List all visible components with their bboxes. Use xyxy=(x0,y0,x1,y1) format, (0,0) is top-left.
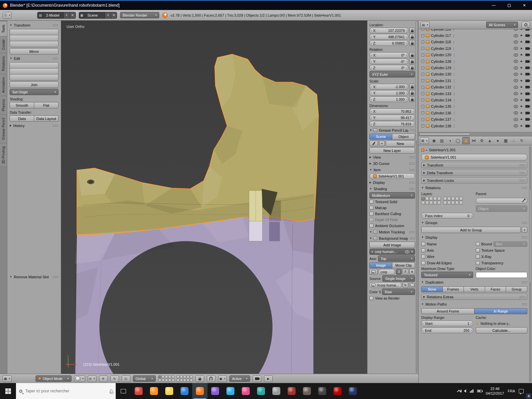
panel-header-transform[interactable]: ▶Transform xyxy=(421,162,527,168)
checkbox[interactable] xyxy=(476,261,480,265)
toolshelf-tab[interactable]: Grease Pencil xyxy=(0,115,7,143)
shading-option[interactable]: Depth Of Field xyxy=(369,217,415,222)
properties-tab-texture[interactable]: ▦ xyxy=(502,137,510,144)
layer-toggle[interactable] xyxy=(158,379,161,382)
visibility-eye-icon[interactable] xyxy=(514,111,518,114)
editor-type-info-icon[interactable]: ⓘ xyxy=(3,12,12,19)
properties-tab-physics[interactable]: ↻ xyxy=(518,137,526,144)
panel-header-relations[interactable]: ▼Relations xyxy=(421,185,527,191)
panel-header-history[interactable]: ▶History xyxy=(10,123,59,128)
bg-source-tab[interactable]: Image xyxy=(369,262,392,268)
expand-icon[interactable]: + xyxy=(421,124,424,127)
battery-icon[interactable] xyxy=(477,390,482,392)
location-field[interactable]: X:107.22379 xyxy=(369,28,408,33)
layer-toggle[interactable] xyxy=(168,375,171,378)
snap-target-dropdown[interactable]: Active xyxy=(229,375,250,382)
lock-icon[interactable] xyxy=(409,90,415,96)
remove-image-icon[interactable]: ✕ xyxy=(411,250,413,253)
add-scene-button[interactable]: + xyxy=(105,12,111,18)
shading-option[interactable]: Textured Solid xyxy=(369,199,415,204)
view-as-render-option[interactable]: View as Render xyxy=(369,296,415,301)
notification-center-icon[interactable] xyxy=(519,389,524,393)
expand-icon[interactable]: + xyxy=(421,29,424,31)
taskbar-app-gimp[interactable] xyxy=(299,383,315,399)
scale-field[interactable]: X:-1.000 xyxy=(369,84,408,89)
display-option-axis[interactable]: Axis xyxy=(421,248,473,253)
selectability-cursor-icon[interactable] xyxy=(520,34,523,37)
renderability-camera-icon[interactable] xyxy=(525,86,529,88)
gp-source-tab[interactable]: Object xyxy=(392,134,415,140)
taskbar-app-firefox[interactable] xyxy=(146,383,162,399)
shading-option[interactable]: Backface Culling xyxy=(369,211,415,216)
renderability-camera-icon[interactable] xyxy=(525,54,529,56)
display-option-xray[interactable]: X-Ray xyxy=(476,254,528,259)
expand-icon[interactable]: + xyxy=(421,92,424,95)
properties-tab-constraints[interactable]: ⋈ xyxy=(470,137,478,144)
panel-header-item[interactable]: ▼Item xyxy=(369,167,415,173)
layer-toggle[interactable] xyxy=(190,379,193,382)
clock[interactable]: 22:48 04/12/2017 xyxy=(486,386,504,396)
outliner-item[interactable]: + Cylinder.117 | xyxy=(421,32,531,39)
visibility-eye-icon[interactable] xyxy=(514,92,518,95)
set-origin-dropdown[interactable]: Set Origin xyxy=(10,89,59,95)
layer-toggle[interactable] xyxy=(190,375,193,378)
panel-grip-icon[interactable] xyxy=(521,303,527,306)
layer-toggle[interactable] xyxy=(437,201,441,204)
lock-icon[interactable] xyxy=(409,96,415,102)
bg-source-dropdown[interactable]: Single Image xyxy=(382,275,415,282)
panel-grip-icon[interactable] xyxy=(409,231,415,233)
edit-tool-button[interactable] xyxy=(10,68,59,74)
gp-new-layer-button[interactable]: New Layer xyxy=(369,147,415,154)
layer-toggle[interactable] xyxy=(165,375,168,378)
edit-tool-button[interactable] xyxy=(10,74,59,80)
checkbox[interactable] xyxy=(369,212,373,216)
panel-checkbox[interactable]: ✓ xyxy=(373,236,377,240)
layer-toggle[interactable] xyxy=(447,201,451,204)
display-filter-dropdown[interactable]: All Scenes xyxy=(486,22,518,28)
duplication-mode-button[interactable]: Group xyxy=(506,286,527,292)
parent-type-dropdown[interactable]: Object xyxy=(476,205,528,212)
properties-tab-render-layers[interactable]: ▤ xyxy=(438,137,446,144)
taskbar-app-krita[interactable] xyxy=(345,383,360,399)
transform-tool-button[interactable] xyxy=(10,41,59,47)
language-indicator[interactable]: FRA xyxy=(508,389,515,393)
new-group-icon[interactable]: + xyxy=(522,227,527,233)
display-option-bound[interactable]: BoundBox xyxy=(476,241,528,247)
expand-icon[interactable]: + xyxy=(421,118,424,121)
unlink-image-icon[interactable]: ✕ xyxy=(409,269,415,275)
motion-path-mode-button[interactable]: Around Frame xyxy=(421,308,474,314)
rotation-field[interactable]: Z:0° xyxy=(369,65,408,70)
opengl-render-anim-icon[interactable]: ▶ xyxy=(264,375,273,382)
outliner-item[interactable]: + Cylinder.137 | xyxy=(421,116,531,122)
outliner-scrollbar[interactable] xyxy=(419,132,532,136)
dimension-field[interactable]: Z:76.816 xyxy=(369,121,415,127)
layer-toggle[interactable] xyxy=(451,197,455,200)
object-color-swatch[interactable] xyxy=(476,272,528,278)
lock-icon[interactable] xyxy=(409,84,415,89)
scene-name[interactable]: Scene xyxy=(85,12,105,18)
outliner-item[interactable]: + Cylinder.128 | xyxy=(421,58,531,65)
panel-grip-icon[interactable] xyxy=(521,187,527,189)
outliner-item[interactable]: + Cylinder.133 | xyxy=(421,90,531,97)
renderability-camera-icon[interactable] xyxy=(525,66,529,69)
layer-toggle[interactable] xyxy=(429,201,433,204)
scale-field[interactable]: Y:1.000 xyxy=(369,90,408,96)
scale-field[interactable]: Z:1.000 xyxy=(369,96,408,102)
visibility-eye-icon[interactable] xyxy=(405,250,409,253)
outliner-item[interactable]: + Cylinder.129 | xyxy=(421,65,531,71)
outliner-item[interactable]: + Cylinder.132 | xyxy=(421,84,531,90)
selectability-cursor-icon[interactable] xyxy=(520,118,523,120)
properties-scrollbar[interactable] xyxy=(529,146,531,382)
viewport-shading-icon[interactable] xyxy=(74,375,85,382)
lock-icon[interactable] xyxy=(409,59,415,64)
panel-grip-icon[interactable] xyxy=(521,221,527,224)
start-frame-field[interactable]: Start:1 xyxy=(421,321,473,326)
duplication-mode-button[interactable]: None xyxy=(421,286,443,292)
minimize-button[interactable]: — xyxy=(486,1,501,10)
opengl-render-still-icon[interactable] xyxy=(253,375,261,382)
properties-tab-data[interactable]: ▲ xyxy=(486,137,494,144)
outliner-item[interactable]: + Cylinder.118 | xyxy=(421,39,531,45)
layer-toggle[interactable] xyxy=(183,375,186,378)
layer-toggle[interactable] xyxy=(158,375,161,378)
taskbar-app-audacity[interactable] xyxy=(284,383,299,399)
